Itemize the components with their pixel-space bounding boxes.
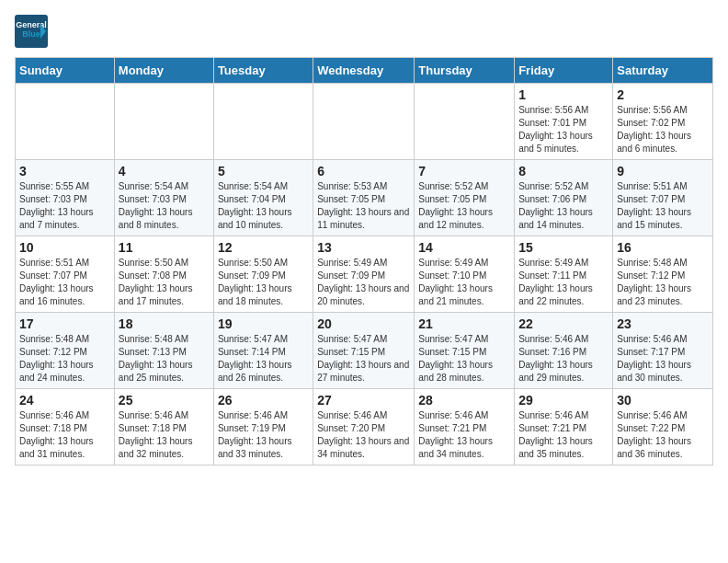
day-number: 3 xyxy=(19,164,110,178)
calendar-cell: 8Sunrise: 5:52 AM Sunset: 7:06 PM Daylig… xyxy=(515,160,613,236)
calendar-cell: 7Sunrise: 5:52 AM Sunset: 7:05 PM Daylig… xyxy=(415,160,515,236)
calendar-cell: 16Sunrise: 5:48 AM Sunset: 7:12 PM Dayli… xyxy=(613,236,713,313)
calendar-cell: 6Sunrise: 5:53 AM Sunset: 7:05 PM Daylig… xyxy=(313,160,415,236)
calendar-week-row: 17Sunrise: 5:48 AM Sunset: 7:12 PM Dayli… xyxy=(16,313,713,389)
svg-text:Blue: Blue xyxy=(22,29,40,39)
day-detail: Sunrise: 5:46 AM Sunset: 7:16 PM Dayligh… xyxy=(518,333,609,385)
day-detail: Sunrise: 5:50 AM Sunset: 7:08 PM Dayligh… xyxy=(119,257,210,308)
calendar-cell: 28Sunrise: 5:46 AM Sunset: 7:21 PM Dayli… xyxy=(415,389,515,465)
calendar-cell: 24Sunrise: 5:46 AM Sunset: 7:18 PM Dayli… xyxy=(16,389,115,465)
day-number: 12 xyxy=(218,240,309,255)
header-day: Thursday xyxy=(415,58,515,84)
calendar-cell: 5Sunrise: 5:54 AM Sunset: 7:04 PM Daylig… xyxy=(213,160,313,236)
calendar-cell: 22Sunrise: 5:46 AM Sunset: 7:16 PM Dayli… xyxy=(515,313,613,389)
day-detail: Sunrise: 5:51 AM Sunset: 7:07 PM Dayligh… xyxy=(617,180,709,232)
day-number: 21 xyxy=(418,316,510,331)
day-number: 18 xyxy=(119,316,210,331)
header-row: SundayMondayTuesdayWednesdayThursdayFrid… xyxy=(16,58,713,84)
day-detail: Sunrise: 5:46 AM Sunset: 7:19 PM Dayligh… xyxy=(218,409,309,461)
header-day: Wednesday xyxy=(313,58,415,84)
calendar-cell: 20Sunrise: 5:47 AM Sunset: 7:15 PM Dayli… xyxy=(313,313,415,389)
day-detail: Sunrise: 5:55 AM Sunset: 7:03 PM Dayligh… xyxy=(19,180,110,232)
calendar-cell: 29Sunrise: 5:46 AM Sunset: 7:21 PM Dayli… xyxy=(515,389,613,465)
day-detail: Sunrise: 5:48 AM Sunset: 7:12 PM Dayligh… xyxy=(19,333,110,385)
calendar-week-row: 3Sunrise: 5:55 AM Sunset: 7:03 PM Daylig… xyxy=(16,160,713,236)
day-detail: Sunrise: 5:46 AM Sunset: 7:18 PM Dayligh… xyxy=(19,409,110,461)
day-number: 9 xyxy=(617,164,709,178)
day-detail: Sunrise: 5:49 AM Sunset: 7:10 PM Dayligh… xyxy=(418,257,510,308)
day-detail: Sunrise: 5:50 AM Sunset: 7:09 PM Dayligh… xyxy=(218,257,309,308)
day-detail: Sunrise: 5:46 AM Sunset: 7:21 PM Dayligh… xyxy=(418,409,510,461)
day-number: 30 xyxy=(617,393,709,408)
calendar-week-row: 10Sunrise: 5:51 AM Sunset: 7:07 PM Dayli… xyxy=(16,236,713,313)
calendar-cell: 15Sunrise: 5:49 AM Sunset: 7:11 PM Dayli… xyxy=(515,236,613,313)
day-detail: Sunrise: 5:52 AM Sunset: 7:05 PM Dayligh… xyxy=(418,180,510,232)
calendar-cell: 14Sunrise: 5:49 AM Sunset: 7:10 PM Dayli… xyxy=(415,236,515,313)
calendar-cell: 4Sunrise: 5:54 AM Sunset: 7:03 PM Daylig… xyxy=(114,160,213,236)
calendar-cell: 18Sunrise: 5:48 AM Sunset: 7:13 PM Dayli… xyxy=(114,313,213,389)
day-number: 15 xyxy=(518,240,609,255)
calendar-cell xyxy=(313,84,415,160)
day-number: 11 xyxy=(119,240,210,255)
day-detail: Sunrise: 5:46 AM Sunset: 7:20 PM Dayligh… xyxy=(317,409,410,461)
day-number: 23 xyxy=(617,316,709,331)
day-number: 29 xyxy=(518,393,609,408)
day-number: 13 xyxy=(317,240,410,255)
logo: General Blue xyxy=(15,15,53,48)
day-detail: Sunrise: 5:47 AM Sunset: 7:15 PM Dayligh… xyxy=(418,333,510,385)
calendar-cell: 1Sunrise: 5:56 AM Sunset: 7:01 PM Daylig… xyxy=(515,84,613,160)
day-detail: Sunrise: 5:46 AM Sunset: 7:22 PM Dayligh… xyxy=(617,409,709,461)
day-number: 5 xyxy=(218,164,309,178)
day-detail: Sunrise: 5:54 AM Sunset: 7:03 PM Dayligh… xyxy=(119,180,210,232)
day-number: 10 xyxy=(19,240,110,255)
header-day: Friday xyxy=(515,58,613,84)
logo-icon: General Blue xyxy=(15,15,48,48)
day-detail: Sunrise: 5:49 AM Sunset: 7:09 PM Dayligh… xyxy=(317,257,410,308)
day-number: 6 xyxy=(317,164,410,178)
calendar-cell: 26Sunrise: 5:46 AM Sunset: 7:19 PM Dayli… xyxy=(213,389,313,465)
calendar-cell xyxy=(213,84,313,160)
day-number: 8 xyxy=(518,164,609,178)
day-number: 28 xyxy=(418,393,510,408)
day-detail: Sunrise: 5:54 AM Sunset: 7:04 PM Dayligh… xyxy=(218,180,309,232)
day-number: 26 xyxy=(218,393,309,408)
calendar-cell: 3Sunrise: 5:55 AM Sunset: 7:03 PM Daylig… xyxy=(16,160,115,236)
calendar-table: SundayMondayTuesdayWednesdayThursdayFrid… xyxy=(15,57,713,465)
day-detail: Sunrise: 5:47 AM Sunset: 7:15 PM Dayligh… xyxy=(317,333,410,385)
day-number: 24 xyxy=(19,393,110,408)
header-day: Sunday xyxy=(16,58,115,84)
calendar-cell: 19Sunrise: 5:47 AM Sunset: 7:14 PM Dayli… xyxy=(213,313,313,389)
day-detail: Sunrise: 5:46 AM Sunset: 7:17 PM Dayligh… xyxy=(617,333,709,385)
day-detail: Sunrise: 5:47 AM Sunset: 7:14 PM Dayligh… xyxy=(218,333,309,385)
calendar-cell: 27Sunrise: 5:46 AM Sunset: 7:20 PM Dayli… xyxy=(313,389,415,465)
calendar-cell: 23Sunrise: 5:46 AM Sunset: 7:17 PM Dayli… xyxy=(613,313,713,389)
day-number: 4 xyxy=(119,164,210,178)
page-header: General Blue xyxy=(15,15,713,48)
calendar-cell: 9Sunrise: 5:51 AM Sunset: 7:07 PM Daylig… xyxy=(613,160,713,236)
calendar-cell: 30Sunrise: 5:46 AM Sunset: 7:22 PM Dayli… xyxy=(613,389,713,465)
day-detail: Sunrise: 5:46 AM Sunset: 7:21 PM Dayligh… xyxy=(518,409,609,461)
day-number: 19 xyxy=(218,316,309,331)
calendar-cell xyxy=(415,84,515,160)
header-day: Monday xyxy=(114,58,213,84)
header-day: Saturday xyxy=(613,58,713,84)
day-number: 1 xyxy=(518,87,609,102)
day-number: 20 xyxy=(317,316,410,331)
calendar-week-row: 1Sunrise: 5:56 AM Sunset: 7:01 PM Daylig… xyxy=(16,84,713,160)
day-detail: Sunrise: 5:52 AM Sunset: 7:06 PM Dayligh… xyxy=(518,180,609,232)
calendar-cell xyxy=(16,84,115,160)
calendar-cell: 2Sunrise: 5:56 AM Sunset: 7:02 PM Daylig… xyxy=(613,84,713,160)
day-detail: Sunrise: 5:48 AM Sunset: 7:13 PM Dayligh… xyxy=(119,333,210,385)
calendar-cell: 17Sunrise: 5:48 AM Sunset: 7:12 PM Dayli… xyxy=(16,313,115,389)
day-number: 22 xyxy=(518,316,609,331)
calendar-cell: 13Sunrise: 5:49 AM Sunset: 7:09 PM Dayli… xyxy=(313,236,415,313)
day-detail: Sunrise: 5:48 AM Sunset: 7:12 PM Dayligh… xyxy=(617,257,709,308)
day-detail: Sunrise: 5:51 AM Sunset: 7:07 PM Dayligh… xyxy=(19,257,110,308)
header-day: Tuesday xyxy=(213,58,313,84)
calendar-cell: 12Sunrise: 5:50 AM Sunset: 7:09 PM Dayli… xyxy=(213,236,313,313)
day-detail: Sunrise: 5:56 AM Sunset: 7:01 PM Dayligh… xyxy=(518,104,609,155)
day-detail: Sunrise: 5:56 AM Sunset: 7:02 PM Dayligh… xyxy=(617,104,709,155)
day-number: 7 xyxy=(418,164,510,178)
day-number: 2 xyxy=(617,87,709,102)
calendar-cell: 25Sunrise: 5:46 AM Sunset: 7:18 PM Dayli… xyxy=(114,389,213,465)
